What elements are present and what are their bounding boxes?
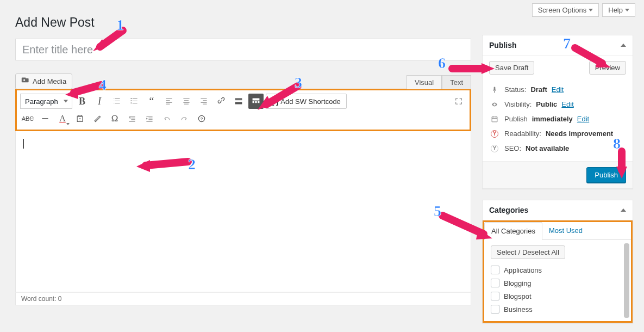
yoast-readability-icon: Y bbox=[489, 130, 500, 138]
align-center-button[interactable] bbox=[179, 94, 194, 109]
select-deselect-all-button[interactable]: Select / Deselect All bbox=[491, 245, 565, 259]
category-label: Blogspot bbox=[504, 292, 532, 300]
link-button[interactable] bbox=[214, 94, 229, 109]
pin-icon bbox=[489, 86, 500, 94]
numbered-list-button[interactable] bbox=[127, 94, 142, 109]
category-item[interactable]: Applications bbox=[491, 263, 624, 276]
edit-visibility-link[interactable]: Edit bbox=[561, 100, 573, 108]
tab-text[interactable]: Text bbox=[442, 75, 471, 89]
italic-button[interactable]: I bbox=[92, 94, 107, 109]
horizontal-rule-button[interactable] bbox=[37, 111, 53, 126]
text-color-button[interactable]: A bbox=[55, 111, 70, 126]
eye-icon bbox=[489, 101, 500, 108]
special-character-button[interactable]: Ω bbox=[107, 111, 122, 126]
calendar-icon bbox=[489, 115, 500, 123]
screen-options-label: Screen Options bbox=[538, 6, 587, 14]
chevron-down-icon bbox=[589, 9, 593, 11]
categories-box-title: Categories bbox=[489, 206, 528, 214]
read-more-button[interactable] bbox=[231, 94, 246, 109]
categories-metabox: Categories All Categories Most Used Sele… bbox=[482, 200, 633, 323]
format-select[interactable]: Paragraph bbox=[20, 94, 72, 109]
tab-visual[interactable]: Visual bbox=[407, 75, 442, 89]
strikethrough-button[interactable]: ABC bbox=[20, 111, 35, 126]
category-item[interactable]: Blogging bbox=[491, 276, 624, 290]
add-media-button[interactable]: Add Media bbox=[15, 73, 72, 89]
text-cursor bbox=[23, 139, 24, 149]
word-count-status: Word count: 0 bbox=[15, 292, 471, 305]
categories-box-header[interactable]: Categories bbox=[483, 200, 633, 220]
shortcode-label: Add SW Shortcode bbox=[280, 97, 341, 106]
tab-all-categories[interactable]: All Categories bbox=[484, 222, 542, 240]
publish-box-title: Publish bbox=[489, 41, 517, 50]
word-count-label: Word count: 0 bbox=[21, 295, 61, 303]
checkbox-icon[interactable] bbox=[491, 292, 499, 300]
shortcode-icon: [ ] bbox=[272, 97, 278, 106]
publish-button[interactable]: Publish bbox=[586, 167, 626, 183]
category-label: Applications bbox=[504, 266, 542, 274]
redo-button[interactable] bbox=[177, 111, 192, 126]
bullet-list-button[interactable] bbox=[109, 94, 124, 109]
save-draft-button[interactable]: Save Draft bbox=[489, 61, 534, 75]
svg-rect-0 bbox=[42, 118, 48, 119]
align-left-button[interactable] bbox=[161, 94, 177, 109]
publish-metabox: Publish Save Draft Preview Status: Draft… bbox=[482, 35, 633, 189]
outdent-button[interactable] bbox=[124, 111, 140, 126]
tab-most-used[interactable]: Most Used bbox=[542, 222, 589, 239]
help-tab[interactable]: Help bbox=[602, 3, 635, 17]
category-item[interactable]: Blogspot bbox=[491, 290, 624, 303]
category-label: Blogging bbox=[504, 279, 532, 287]
checkbox-icon[interactable] bbox=[491, 305, 499, 313]
svg-text:?: ? bbox=[201, 116, 203, 121]
add-sw-shortcode-button[interactable]: [ ] Add SW Shortcode bbox=[266, 94, 347, 109]
bold-button[interactable]: B bbox=[74, 94, 90, 109]
align-right-button[interactable] bbox=[196, 94, 211, 109]
paste-text-button[interactable] bbox=[72, 111, 87, 126]
blockquote-button[interactable]: “ bbox=[144, 94, 159, 109]
undo-button[interactable] bbox=[159, 111, 174, 126]
checkbox-icon[interactable] bbox=[491, 266, 499, 274]
keyboard-help-button[interactable]: ? bbox=[194, 111, 209, 126]
category-label: Business bbox=[504, 305, 533, 313]
format-select-label: Paragraph bbox=[25, 97, 58, 106]
help-label: Help bbox=[608, 6, 623, 14]
fullscreen-button[interactable] bbox=[451, 94, 466, 109]
post-content-editor[interactable] bbox=[15, 131, 471, 292]
indent-button[interactable] bbox=[142, 111, 157, 126]
edit-status-link[interactable]: Edit bbox=[552, 85, 564, 94]
collapse-icon bbox=[621, 208, 626, 212]
add-media-label: Add Media bbox=[33, 77, 66, 85]
page-title: Add New Post bbox=[15, 15, 471, 30]
toolbar-toggle-button[interactable] bbox=[248, 94, 264, 109]
checkbox-icon[interactable] bbox=[491, 279, 499, 287]
edit-schedule-link[interactable]: Edit bbox=[577, 115, 589, 123]
yoast-seo-icon: Y bbox=[489, 145, 500, 152]
scrollbar[interactable] bbox=[624, 243, 629, 318]
chevron-down-icon bbox=[625, 9, 629, 11]
category-item[interactable]: Business bbox=[491, 303, 624, 316]
clear-formatting-button[interactable] bbox=[90, 111, 105, 126]
screen-options-tab[interactable]: Screen Options bbox=[532, 3, 599, 17]
editor-toolbar: Paragraph B I “ [ ] Add SW Shortcode bbox=[15, 89, 471, 131]
post-title-input[interactable] bbox=[15, 39, 471, 60]
preview-button[interactable]: Preview bbox=[589, 61, 626, 75]
publish-box-header[interactable]: Publish bbox=[483, 35, 633, 56]
camera-music-icon bbox=[21, 76, 30, 87]
collapse-icon bbox=[621, 44, 626, 47]
